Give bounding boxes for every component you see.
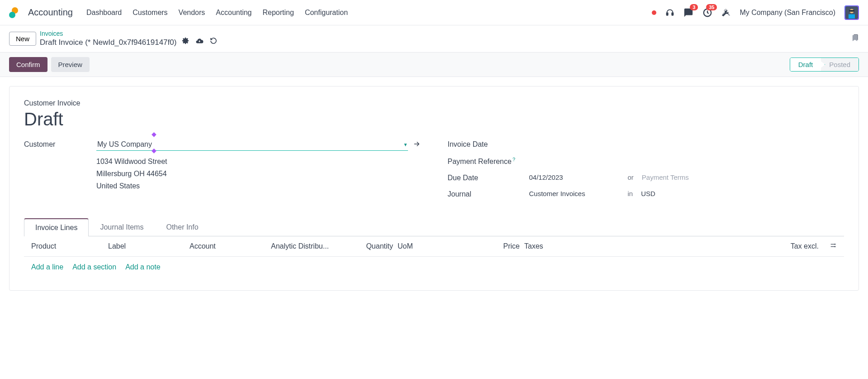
address-country: United States <box>96 180 421 192</box>
payment-terms-input[interactable]: Payment Terms <box>642 173 689 181</box>
add-section-link[interactable]: Add a section <box>72 263 116 271</box>
breadcrumb-current: Draft Invoice (* NewId_0x7f94619147f0) <box>40 38 176 47</box>
currency-input[interactable]: USD <box>641 190 655 197</box>
nav-vendors[interactable]: Vendors <box>179 9 205 17</box>
breadcrumb-parent[interactable]: Invoices <box>40 30 217 37</box>
status-indicator-icon <box>652 10 656 15</box>
col-product[interactable]: Product <box>31 242 108 250</box>
status-posted[interactable]: Posted <box>821 58 859 71</box>
document-type: Customer Invoice <box>24 99 844 107</box>
due-date-input[interactable]: 04/12/2023 <box>529 173 620 181</box>
tab-invoice-lines[interactable]: Invoice Lines <box>24 218 89 236</box>
nav-customers[interactable]: Customers <box>133 9 167 17</box>
gear-icon[interactable] <box>182 37 189 48</box>
col-uom[interactable]: UoM <box>393 242 484 250</box>
open-record-icon[interactable] <box>413 140 421 149</box>
payment-reference-label: Payment Reference? <box>448 155 529 166</box>
in-text: in <box>628 190 633 197</box>
invoice-date-label: Invoice Date <box>448 139 529 149</box>
nav-configuration[interactable]: Configuration <box>305 9 348 17</box>
call-icon[interactable] <box>665 8 674 17</box>
user-avatar[interactable] <box>844 5 859 20</box>
status-bar: Draft Posted <box>790 58 859 72</box>
address-street: 1034 Wildwood Street <box>96 155 421 168</box>
confirm-button[interactable]: Confirm <box>9 57 47 72</box>
tab-other-info[interactable]: Other Info <box>155 218 209 236</box>
due-date-label: Due Date <box>448 172 529 182</box>
journal-input[interactable]: Customer Invoices <box>529 190 620 197</box>
status-draft[interactable]: Draft <box>790 58 821 71</box>
help-icon[interactable]: ? <box>512 157 515 162</box>
messages-icon[interactable]: 3 <box>683 8 693 18</box>
col-price[interactable]: Price <box>484 242 520 250</box>
svg-rect-5 <box>849 10 854 12</box>
new-button[interactable]: New <box>9 32 36 46</box>
diamond-icon: ◆ <box>152 147 157 154</box>
add-line-link[interactable]: Add a line <box>31 263 63 271</box>
diamond-icon: ◆ <box>152 130 157 138</box>
activities-badge: 35 <box>706 4 717 10</box>
app-logo[interactable] <box>9 7 20 18</box>
nav-dashboard[interactable]: Dashboard <box>86 9 122 17</box>
app-title[interactable]: Accounting <box>28 7 73 18</box>
col-account[interactable]: Account <box>190 242 271 250</box>
add-note-link[interactable]: Add a note <box>125 263 160 271</box>
nav-accounting[interactable]: Accounting <box>216 9 251 17</box>
bookmark-icon[interactable] <box>851 33 859 44</box>
col-tax-excl[interactable]: Tax excl. <box>565 242 819 250</box>
nav-reporting[interactable]: Reporting <box>263 9 294 17</box>
or-text: or <box>628 173 634 181</box>
col-analytic[interactable]: Analytic Distribu... <box>271 242 348 250</box>
customer-label: Customer <box>24 139 96 149</box>
svg-rect-1 <box>672 13 674 15</box>
discard-icon[interactable] <box>210 37 217 48</box>
messages-badge: 3 <box>690 4 698 10</box>
col-taxes[interactable]: Taxes <box>520 242 565 250</box>
col-quantity[interactable]: Quantity <box>348 242 393 250</box>
tab-journal-items[interactable]: Journal Items <box>89 218 155 236</box>
svg-rect-0 <box>667 13 668 15</box>
col-label[interactable]: Label <box>108 242 190 250</box>
svg-rect-6 <box>849 14 855 18</box>
journal-label: Journal <box>448 188 529 198</box>
dropdown-caret-icon[interactable]: ▼ <box>403 142 408 147</box>
preview-button[interactable]: Preview <box>51 57 90 72</box>
address-city: Millersburg OH 44654 <box>96 168 421 180</box>
cloud-save-icon[interactable] <box>195 37 204 48</box>
column-settings-icon[interactable] <box>819 242 837 251</box>
customer-input[interactable]: My US Company <box>96 139 408 151</box>
tools-icon[interactable] <box>721 8 730 17</box>
document-title: Draft <box>24 109 844 130</box>
company-selector[interactable]: My Company (San Francisco) <box>740 9 835 17</box>
activities-icon[interactable]: 35 <box>702 8 712 18</box>
